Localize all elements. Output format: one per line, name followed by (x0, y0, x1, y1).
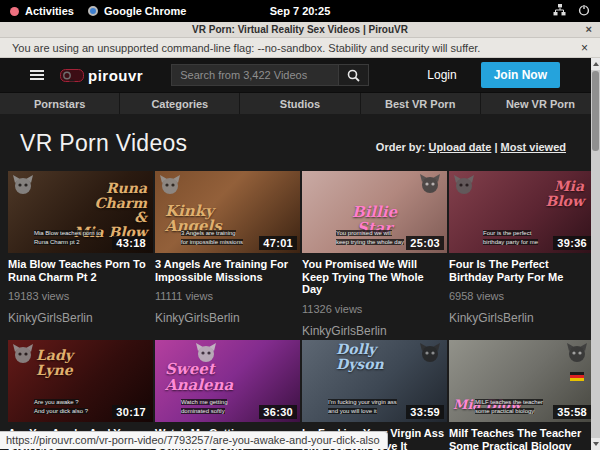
thumbnail-caption: Watch me getting dominated softly (181, 398, 227, 416)
studio-logo-icon (12, 344, 34, 366)
video-title[interactable]: 3 Angels Are Training For Impossible Mis… (155, 258, 298, 283)
german-flag (570, 372, 584, 381)
video-views: 11326 views (302, 303, 447, 315)
join-now-button[interactable]: Join Now (481, 62, 560, 88)
studio-link[interactable]: KinkyGirlsBerlin (302, 324, 447, 338)
activities-button[interactable]: Activities (10, 5, 74, 17)
studio-logo-icon (195, 343, 217, 365)
video-card: Kinky Angels 3 Angels are training for i… (155, 171, 300, 338)
video-title[interactable]: You Promised We Will Keep Trying The Who… (302, 258, 445, 296)
video-thumbnail[interactable]: Mia Blow MILF teaches the teacher some p… (449, 340, 594, 422)
warning-text: You are using an unsupported command-lin… (12, 42, 480, 54)
logo-text: pirouvr (88, 67, 143, 84)
studio-link[interactable]: KinkyGirlsBerlin (8, 311, 153, 325)
video-views: 6958 views (449, 290, 594, 302)
video-thumbnail[interactable]: Kinky Angels 3 Angels are training for i… (155, 171, 300, 253)
thumbnail-overlay-title: Kinky Angels (165, 204, 222, 236)
studio-logo-icon (566, 343, 588, 365)
order-most-viewed-link[interactable]: Most viewed (501, 141, 566, 153)
video-thumbnail[interactable]: Runa Charm & Mia Blow Mia Blow teaches p… (8, 171, 153, 253)
video-thumbnail[interactable]: Billie Star You promised we will keep tr… (302, 171, 447, 253)
video-duration: 39:36 (553, 236, 591, 250)
video-card: Mia Blow Four is the perfect birthday pa… (449, 171, 594, 338)
window-title: VR Porn: Virtual Reality Sex Videos | Pi… (192, 24, 408, 35)
gnome-top-bar: Activities Google Chrome Sep 7 20:25 (0, 0, 600, 22)
nav-item-best-vr-porn[interactable]: Best VR Porn (360, 93, 480, 114)
network-icon[interactable] (553, 4, 566, 18)
vr-goggles-icon (60, 69, 84, 82)
video-duration: 47:01 (259, 236, 297, 250)
site-header: pirouvr Login Join Now (0, 58, 600, 92)
video-title[interactable]: Four Is The Perfect Birthday Party For M… (449, 258, 592, 283)
order-upload-date-link[interactable]: Upload date (428, 141, 491, 153)
video-card: Mia Blow MILF teaches the teacher some p… (449, 340, 594, 450)
video-duration: 33:59 (406, 405, 444, 419)
scrollbar-down-icon[interactable] (591, 438, 600, 450)
video-duration: 35:58 (553, 405, 591, 419)
nav-item-categories[interactable]: Categories (119, 93, 239, 114)
scrollbar-up-icon[interactable] (591, 58, 600, 70)
site-logo[interactable]: pirouvr (60, 67, 143, 84)
chrome-warning-bar: You are using an unsupported command-lin… (0, 38, 600, 58)
window-title-bar: VR Porn: Virtual Reality Sex Videos | Pi… (0, 22, 600, 38)
nav-item-pornstars[interactable]: Pornstars (0, 93, 119, 114)
order-by-label: Order by: (376, 141, 426, 153)
scrollbar-thumb[interactable] (592, 71, 599, 151)
warning-close-icon[interactable]: × (581, 41, 588, 55)
video-duration: 36:30 (259, 405, 297, 419)
chrome-icon (88, 6, 98, 16)
studio-logo-icon (453, 175, 475, 197)
thumbnail-overlay-title: Lady Lyne (36, 348, 73, 377)
order-by: Order by: Upload date | Most viewed (376, 141, 566, 157)
video-thumbnail[interactable]: Mia Blow Four is the perfect birthday pa… (449, 171, 594, 253)
video-duration: 25:03 (406, 236, 444, 250)
thumbnail-caption: Four is the perfect birthday party for m… (483, 229, 538, 247)
video-thumbnail[interactable]: Lady Lyne Are you awake ? And your dick … (8, 340, 153, 422)
thumbnail-overlay-title: Mia Blow (453, 398, 521, 412)
studio-link[interactable]: KinkyGirlsBerlin (155, 311, 300, 325)
thumbnail-caption: Are you awake ? And your dick also ? (34, 398, 88, 416)
thumbnail-overlay-title: Billie Star (352, 205, 397, 237)
app-menu-label: Google Chrome (104, 5, 187, 17)
studio-link[interactable]: KinkyGirlsBerlin (449, 311, 594, 325)
login-link[interactable]: Login (427, 68, 456, 82)
power-icon[interactable] (578, 4, 590, 18)
thumbnail-caption: Mia Blow teaches porn to Runa Charm pt 2 (34, 229, 101, 247)
app-menu-button[interactable]: Google Chrome (88, 5, 187, 17)
search-button[interactable] (339, 64, 369, 86)
thumbnail-caption: MILF teaches the teacher some practical … (475, 398, 543, 416)
thumbnail-caption: 3 Angels are training for impossible mis… (181, 229, 243, 247)
search-icon (347, 69, 360, 82)
studio-logo-icon (419, 174, 441, 196)
nav-item-new-vr-porn[interactable]: New VR Porn (480, 93, 600, 114)
video-thumbnail[interactable]: Sweet Analena Watch me getting dominated… (155, 340, 300, 422)
thumbnail-overlay-title: Sweet Analena (165, 362, 233, 394)
thumbnail-caption: I'm fucking your virgin ass and you will… (328, 398, 397, 416)
thumbnail-overlay-title: Mia Blow (545, 179, 584, 208)
video-views: 11111 views (155, 290, 300, 302)
video-title[interactable]: Milf Teaches The Teacher Some Practical … (449, 427, 592, 450)
page-title: VR Porn Videos (20, 130, 187, 157)
studio-logo-icon (419, 343, 441, 365)
video-title[interactable]: Mia Blow Teaches Porn To Runa Charm Pt 2 (8, 258, 151, 283)
studio-logo-icon (159, 175, 181, 197)
studio-logo-icon (12, 175, 34, 197)
browser-viewport: pirouvr Login Join Now Pornstars Categor… (0, 58, 600, 450)
nav-item-studios[interactable]: Studios (239, 93, 359, 114)
search-input[interactable] (171, 64, 339, 86)
recording-indicator-icon (10, 7, 19, 16)
page-scrollbar[interactable] (591, 58, 600, 450)
thumbnail-overlay-title: Runa Charm & Mia Blow (74, 181, 147, 240)
menu-hamburger-icon[interactable] (30, 70, 44, 80)
video-card: Runa Charm & Mia Blow Mia Blow teaches p… (8, 171, 153, 338)
video-thumbnail[interactable]: Dolly Dyson I'm fucking your virgin ass … (302, 340, 447, 422)
window-close-icon[interactable]: × (586, 23, 592, 35)
video-views: 19183 views (8, 290, 153, 302)
activities-label: Activities (25, 5, 74, 17)
main-nav: Pornstars Categories Studios Best VR Por… (0, 92, 600, 114)
clock[interactable]: Sep 7 20:25 (270, 5, 331, 17)
video-grid: Runa Charm & Mia Blow Mia Blow teaches p… (0, 171, 600, 450)
video-duration: 43:18 (112, 236, 150, 250)
video-card: Billie Star You promised we will keep tr… (302, 171, 447, 338)
thumbnail-overlay-title: Dolly Dyson (336, 342, 384, 371)
